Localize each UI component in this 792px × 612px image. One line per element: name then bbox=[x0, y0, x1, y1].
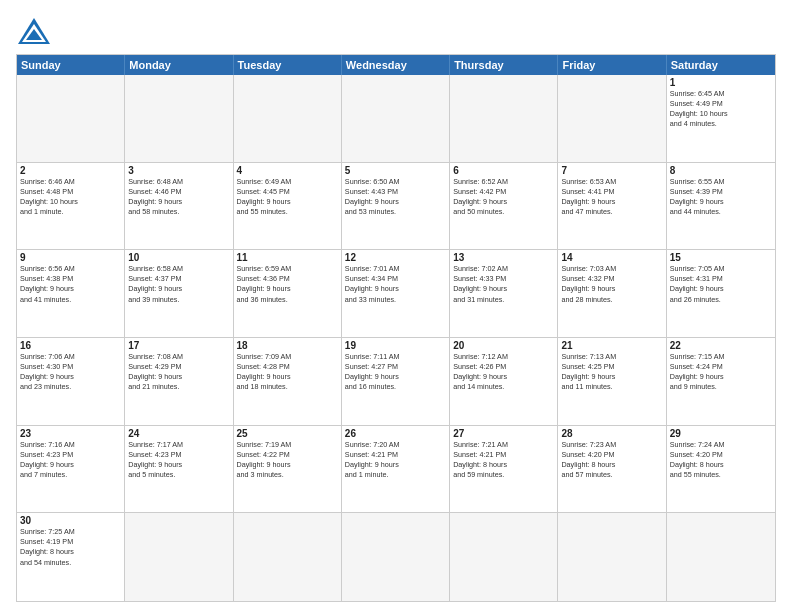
calendar-cell bbox=[450, 75, 558, 163]
cell-date: 11 bbox=[237, 252, 338, 263]
calendar-cell bbox=[558, 513, 666, 601]
day-header-saturday: Saturday bbox=[667, 55, 775, 75]
day-headers: SundayMondayTuesdayWednesdayThursdayFrid… bbox=[17, 55, 775, 75]
cell-info: Sunrise: 6:45 AM Sunset: 4:49 PM Dayligh… bbox=[670, 89, 772, 129]
calendar-cell: 2Sunrise: 6:46 AM Sunset: 4:48 PM Daylig… bbox=[17, 163, 125, 251]
cell-info: Sunrise: 6:59 AM Sunset: 4:36 PM Dayligh… bbox=[237, 264, 338, 304]
day-header-monday: Monday bbox=[125, 55, 233, 75]
cell-info: Sunrise: 7:05 AM Sunset: 4:31 PM Dayligh… bbox=[670, 264, 772, 304]
cell-info: Sunrise: 7:12 AM Sunset: 4:26 PM Dayligh… bbox=[453, 352, 554, 392]
page: SundayMondayTuesdayWednesdayThursdayFrid… bbox=[0, 0, 792, 612]
cell-info: Sunrise: 7:25 AM Sunset: 4:19 PM Dayligh… bbox=[20, 527, 121, 567]
cell-date: 30 bbox=[20, 515, 121, 526]
calendar-cell: 8Sunrise: 6:55 AM Sunset: 4:39 PM Daylig… bbox=[667, 163, 775, 251]
cell-info: Sunrise: 7:15 AM Sunset: 4:24 PM Dayligh… bbox=[670, 352, 772, 392]
calendar-cell: 4Sunrise: 6:49 AM Sunset: 4:45 PM Daylig… bbox=[234, 163, 342, 251]
calendar-cell: 13Sunrise: 7:02 AM Sunset: 4:33 PM Dayli… bbox=[450, 250, 558, 338]
cell-info: Sunrise: 7:01 AM Sunset: 4:34 PM Dayligh… bbox=[345, 264, 446, 304]
cell-date: 15 bbox=[670, 252, 772, 263]
calendar-cell: 18Sunrise: 7:09 AM Sunset: 4:28 PM Dayli… bbox=[234, 338, 342, 426]
cell-info: Sunrise: 6:55 AM Sunset: 4:39 PM Dayligh… bbox=[670, 177, 772, 217]
cell-date: 18 bbox=[237, 340, 338, 351]
cell-date: 12 bbox=[345, 252, 446, 263]
cell-info: Sunrise: 6:48 AM Sunset: 4:46 PM Dayligh… bbox=[128, 177, 229, 217]
calendar-grid: 1Sunrise: 6:45 AM Sunset: 4:49 PM Daylig… bbox=[17, 75, 775, 601]
calendar-cell: 23Sunrise: 7:16 AM Sunset: 4:23 PM Dayli… bbox=[17, 426, 125, 514]
cell-date: 29 bbox=[670, 428, 772, 439]
calendar-cell bbox=[450, 513, 558, 601]
day-header-wednesday: Wednesday bbox=[342, 55, 450, 75]
cell-info: Sunrise: 7:17 AM Sunset: 4:23 PM Dayligh… bbox=[128, 440, 229, 480]
calendar-cell: 7Sunrise: 6:53 AM Sunset: 4:41 PM Daylig… bbox=[558, 163, 666, 251]
calendar-cell: 3Sunrise: 6:48 AM Sunset: 4:46 PM Daylig… bbox=[125, 163, 233, 251]
day-header-tuesday: Tuesday bbox=[234, 55, 342, 75]
calendar: SundayMondayTuesdayWednesdayThursdayFrid… bbox=[16, 54, 776, 602]
calendar-cell: 29Sunrise: 7:24 AM Sunset: 4:20 PM Dayli… bbox=[667, 426, 775, 514]
calendar-cell: 22Sunrise: 7:15 AM Sunset: 4:24 PM Dayli… bbox=[667, 338, 775, 426]
logo bbox=[16, 16, 58, 46]
logo-icon bbox=[16, 16, 52, 46]
cell-info: Sunrise: 6:52 AM Sunset: 4:42 PM Dayligh… bbox=[453, 177, 554, 217]
cell-info: Sunrise: 6:49 AM Sunset: 4:45 PM Dayligh… bbox=[237, 177, 338, 217]
calendar-cell bbox=[125, 513, 233, 601]
cell-info: Sunrise: 7:19 AM Sunset: 4:22 PM Dayligh… bbox=[237, 440, 338, 480]
calendar-cell: 11Sunrise: 6:59 AM Sunset: 4:36 PM Dayli… bbox=[234, 250, 342, 338]
cell-date: 19 bbox=[345, 340, 446, 351]
cell-info: Sunrise: 7:09 AM Sunset: 4:28 PM Dayligh… bbox=[237, 352, 338, 392]
cell-info: Sunrise: 6:58 AM Sunset: 4:37 PM Dayligh… bbox=[128, 264, 229, 304]
cell-date: 9 bbox=[20, 252, 121, 263]
cell-date: 2 bbox=[20, 165, 121, 176]
cell-date: 24 bbox=[128, 428, 229, 439]
day-header-thursday: Thursday bbox=[450, 55, 558, 75]
calendar-cell bbox=[667, 513, 775, 601]
cell-date: 5 bbox=[345, 165, 446, 176]
day-header-sunday: Sunday bbox=[17, 55, 125, 75]
cell-date: 4 bbox=[237, 165, 338, 176]
calendar-cell bbox=[17, 75, 125, 163]
cell-info: Sunrise: 7:11 AM Sunset: 4:27 PM Dayligh… bbox=[345, 352, 446, 392]
calendar-cell: 15Sunrise: 7:05 AM Sunset: 4:31 PM Dayli… bbox=[667, 250, 775, 338]
cell-date: 25 bbox=[237, 428, 338, 439]
calendar-cell: 16Sunrise: 7:06 AM Sunset: 4:30 PM Dayli… bbox=[17, 338, 125, 426]
cell-date: 27 bbox=[453, 428, 554, 439]
cell-date: 21 bbox=[561, 340, 662, 351]
cell-info: Sunrise: 7:24 AM Sunset: 4:20 PM Dayligh… bbox=[670, 440, 772, 480]
calendar-cell: 17Sunrise: 7:08 AM Sunset: 4:29 PM Dayli… bbox=[125, 338, 233, 426]
cell-date: 20 bbox=[453, 340, 554, 351]
calendar-cell: 5Sunrise: 6:50 AM Sunset: 4:43 PM Daylig… bbox=[342, 163, 450, 251]
calendar-cell: 1Sunrise: 6:45 AM Sunset: 4:49 PM Daylig… bbox=[667, 75, 775, 163]
calendar-cell: 6Sunrise: 6:52 AM Sunset: 4:42 PM Daylig… bbox=[450, 163, 558, 251]
calendar-cell: 24Sunrise: 7:17 AM Sunset: 4:23 PM Dayli… bbox=[125, 426, 233, 514]
cell-date: 3 bbox=[128, 165, 229, 176]
calendar-cell bbox=[558, 75, 666, 163]
calendar-cell: 27Sunrise: 7:21 AM Sunset: 4:21 PM Dayli… bbox=[450, 426, 558, 514]
calendar-cell bbox=[234, 75, 342, 163]
calendar-cell: 30Sunrise: 7:25 AM Sunset: 4:19 PM Dayli… bbox=[17, 513, 125, 601]
cell-date: 23 bbox=[20, 428, 121, 439]
cell-date: 17 bbox=[128, 340, 229, 351]
cell-info: Sunrise: 7:16 AM Sunset: 4:23 PM Dayligh… bbox=[20, 440, 121, 480]
cell-date: 7 bbox=[561, 165, 662, 176]
header bbox=[16, 16, 776, 46]
cell-date: 1 bbox=[670, 77, 772, 88]
cell-date: 13 bbox=[453, 252, 554, 263]
calendar-cell bbox=[342, 75, 450, 163]
calendar-cell: 28Sunrise: 7:23 AM Sunset: 4:20 PM Dayli… bbox=[558, 426, 666, 514]
calendar-cell: 21Sunrise: 7:13 AM Sunset: 4:25 PM Dayli… bbox=[558, 338, 666, 426]
cell-info: Sunrise: 7:03 AM Sunset: 4:32 PM Dayligh… bbox=[561, 264, 662, 304]
cell-info: Sunrise: 7:21 AM Sunset: 4:21 PM Dayligh… bbox=[453, 440, 554, 480]
calendar-cell bbox=[342, 513, 450, 601]
calendar-cell: 10Sunrise: 6:58 AM Sunset: 4:37 PM Dayli… bbox=[125, 250, 233, 338]
cell-date: 22 bbox=[670, 340, 772, 351]
cell-date: 26 bbox=[345, 428, 446, 439]
cell-date: 28 bbox=[561, 428, 662, 439]
calendar-cell bbox=[125, 75, 233, 163]
cell-info: Sunrise: 7:02 AM Sunset: 4:33 PM Dayligh… bbox=[453, 264, 554, 304]
cell-date: 16 bbox=[20, 340, 121, 351]
cell-date: 8 bbox=[670, 165, 772, 176]
calendar-cell: 19Sunrise: 7:11 AM Sunset: 4:27 PM Dayli… bbox=[342, 338, 450, 426]
cell-info: Sunrise: 7:06 AM Sunset: 4:30 PM Dayligh… bbox=[20, 352, 121, 392]
cell-info: Sunrise: 7:23 AM Sunset: 4:20 PM Dayligh… bbox=[561, 440, 662, 480]
cell-date: 6 bbox=[453, 165, 554, 176]
cell-info: Sunrise: 6:56 AM Sunset: 4:38 PM Dayligh… bbox=[20, 264, 121, 304]
